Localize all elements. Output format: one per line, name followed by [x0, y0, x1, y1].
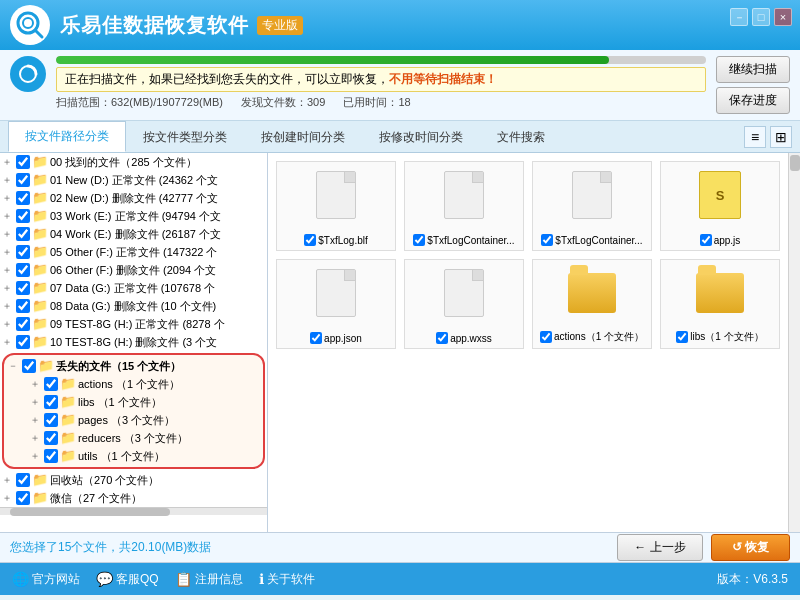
list-view-button[interactable]: ≡ — [744, 126, 766, 148]
tree-checkbox-pages[interactable] — [44, 413, 58, 427]
tree-item-05[interactable]: ＋ 📁 05 Other (F:) 正常文件 (147322 个 — [0, 243, 267, 261]
file-item-txflog[interactable]: $TxfLog.blf — [276, 161, 396, 251]
grid-view-button[interactable]: ⊞ — [770, 126, 792, 148]
file-name: $TxfLogContainer... — [537, 234, 647, 246]
tree-checkbox-10[interactable] — [16, 335, 30, 349]
file-item-libs-folder[interactable]: libs（1 个文件） — [660, 259, 780, 349]
footer-qq[interactable]: 💬 客服QQ — [96, 571, 159, 588]
tree-label-recycle: 回收站（270 个文件） — [50, 473, 159, 488]
title-bar: 乐易佳数据恢复软件 专业版 － □ × — [0, 0, 800, 50]
tree-label-wechat: 微信（27 个文件） — [50, 491, 142, 506]
tree-item-10[interactable]: ＋ 📁 10 TEST-8G (H:) 删除文件 (3 个文 — [0, 333, 267, 351]
tree-checkbox-00[interactable] — [16, 155, 30, 169]
progress-bar-container — [56, 56, 706, 64]
file-name: $TxfLog.blf — [281, 234, 391, 246]
file-thumb — [567, 268, 617, 318]
tree-item-00[interactable]: ＋ 📁 00 找到的文件（285 个文件） — [0, 153, 267, 171]
scan-message: 正在扫描文件，如果已经找到您丢失的文件，可以立即恢复，不用等待扫描结束！ — [56, 67, 706, 92]
tree-label-lost: 丢失的文件（15 个文件） — [56, 359, 181, 374]
tree-item-03[interactable]: ＋ 📁 03 Work (E:) 正常文件 (94794 个文 — [0, 207, 267, 225]
tree-checkbox-reducers[interactable] — [44, 431, 58, 445]
file-checkbox-txflogcontainer2[interactable] — [541, 234, 553, 246]
scan-msg-text: 正在扫描文件，如果已经找到您丢失的文件，可以立即恢复， — [65, 72, 389, 86]
tree-checkbox-04[interactable] — [16, 227, 30, 241]
tree-item-08[interactable]: ＋ 📁 08 Data (G:) 删除文件 (10 个文件) — [0, 297, 267, 315]
file-item-appjs[interactable]: S app.js — [660, 161, 780, 251]
tree-checkbox-lost[interactable] — [22, 359, 36, 373]
bottom-bar: 您选择了15个文件，共20.10(MB)数据 ← 上一步 ↺ 恢复 — [0, 533, 800, 563]
file-checkbox-libs-folder[interactable] — [676, 331, 688, 343]
tree-item-02[interactable]: ＋ 📁 02 New (D:) 删除文件 (42777 个文 — [0, 189, 267, 207]
maximize-button[interactable]: □ — [752, 8, 770, 26]
prev-button[interactable]: ← 上一步 — [617, 534, 702, 561]
file-checkbox-txflogcontainer1[interactable] — [413, 234, 425, 246]
tab-by-path[interactable]: 按文件路径分类 — [8, 121, 126, 152]
tree-label-00: 00 找到的文件（285 个文件） — [50, 155, 197, 170]
tree-checkbox-libs[interactable] — [44, 395, 58, 409]
tab-search[interactable]: 文件搜索 — [480, 122, 562, 152]
file-item-actions-folder[interactable]: actions（1 个文件） — [532, 259, 652, 349]
tree-item-lost[interactable]: － 📁 丢失的文件（15 个文件） — [6, 357, 261, 375]
tree-item-01[interactable]: ＋ 📁 01 New (D:) 正常文件 (24362 个文 — [0, 171, 267, 189]
file-checkbox-txflog[interactable] — [304, 234, 316, 246]
app-logo — [10, 5, 50, 45]
tree-item-07[interactable]: ＋ 📁 07 Data (G:) 正常文件 (107678 个 — [0, 279, 267, 297]
tab-by-create-time[interactable]: 按创建时间分类 — [244, 122, 362, 152]
file-thumb — [567, 170, 617, 220]
tree-checkbox-recycle[interactable] — [16, 473, 30, 487]
tree-checkbox-09[interactable] — [16, 317, 30, 331]
continue-scan-button[interactable]: 继续扫描 — [716, 56, 790, 83]
save-progress-button[interactable]: 保存进度 — [716, 87, 790, 114]
tree-item-06[interactable]: ＋ 📁 06 Other (F:) 删除文件 (2094 个文 — [0, 261, 267, 279]
folder-icon-pages: 📁 — [60, 412, 76, 428]
tree-item-pages[interactable]: ＋ 📁 pages （3 个文件） — [6, 411, 261, 429]
tree-item-utils[interactable]: ＋ 📁 utils （1 个文件） — [6, 447, 261, 465]
tree-item-recycle[interactable]: ＋ 📁 回收站（270 个文件） — [0, 471, 267, 489]
tree-checkbox-07[interactable] — [16, 281, 30, 295]
file-thumb — [439, 268, 489, 318]
file-item-appjson[interactable]: app.json — [276, 259, 396, 349]
tree-checkbox-05[interactable] — [16, 245, 30, 259]
tree-item-wechat[interactable]: ＋ 📁 微信（27 个文件） — [0, 489, 267, 507]
tab-by-type[interactable]: 按文件类型分类 — [126, 122, 244, 152]
tree-checkbox-01[interactable] — [16, 173, 30, 187]
tree-panel: ＋ 📁 00 找到的文件（285 个文件） ＋ 📁 01 New (D:) 正常… — [0, 153, 268, 532]
minimize-button[interactable]: － — [730, 8, 748, 26]
tree-item-reducers[interactable]: ＋ 📁 reducers （3 个文件） — [6, 429, 261, 447]
tab-by-modify-time[interactable]: 按修改时间分类 — [362, 122, 480, 152]
expand-icon: ＋ — [2, 155, 14, 169]
expand-icon: ＋ — [2, 473, 14, 487]
action-buttons: ← 上一步 ↺ 恢复 — [617, 534, 790, 561]
tree-checkbox-wechat[interactable] — [16, 491, 30, 505]
scan-bar: 正在扫描文件，如果已经找到您丢失的文件，可以立即恢复，不用等待扫描结束！ 扫描范… — [0, 50, 800, 121]
tree-checkbox-03[interactable] — [16, 209, 30, 223]
tree-item-04[interactable]: ＋ 📁 04 Work (E:) 删除文件 (26187 个文 — [0, 225, 267, 243]
tree-checkbox-02[interactable] — [16, 191, 30, 205]
file-checkbox-appjs[interactable] — [700, 234, 712, 246]
close-button[interactable]: × — [774, 8, 792, 26]
qq-icon: 💬 — [96, 571, 113, 587]
tree-item-09[interactable]: ＋ 📁 09 TEST-8G (H:) 正常文件 (8278 个 — [0, 315, 267, 333]
recover-button[interactable]: ↺ 恢复 — [711, 534, 790, 561]
file-thumb — [311, 268, 361, 318]
footer-about[interactable]: ℹ 关于软件 — [259, 571, 315, 588]
file-checkbox-appjson[interactable] — [310, 332, 322, 344]
file-item-txflogcontainer1[interactable]: $TxfLogContainer... — [404, 161, 524, 251]
file-thumb — [439, 170, 489, 220]
expand-icon: ＋ — [2, 335, 14, 349]
tree-checkbox-06[interactable] — [16, 263, 30, 277]
footer-register[interactable]: 📋 注册信息 — [175, 571, 243, 588]
tree-checkbox-actions[interactable] — [44, 377, 58, 391]
footer-website[interactable]: 🌐 官方网站 — [12, 571, 80, 588]
svg-line-2 — [35, 30, 42, 37]
file-item-txflogcontainer2[interactable]: $TxfLogContainer... — [532, 161, 652, 251]
tree-checkbox-utils[interactable] — [44, 449, 58, 463]
tree-item-actions[interactable]: ＋ 📁 actions （1 个文件） — [6, 375, 261, 393]
folder-icon-utils: 📁 — [60, 448, 76, 464]
tree-item-libs[interactable]: ＋ 📁 libs （1 个文件） — [6, 393, 261, 411]
tree-checkbox-08[interactable] — [16, 299, 30, 313]
file-item-appwxss[interactable]: app.wxss — [404, 259, 524, 349]
folder-icon-actions: 📁 — [60, 376, 76, 392]
file-checkbox-appwxss[interactable] — [436, 332, 448, 344]
file-checkbox-actions-folder[interactable] — [540, 331, 552, 343]
